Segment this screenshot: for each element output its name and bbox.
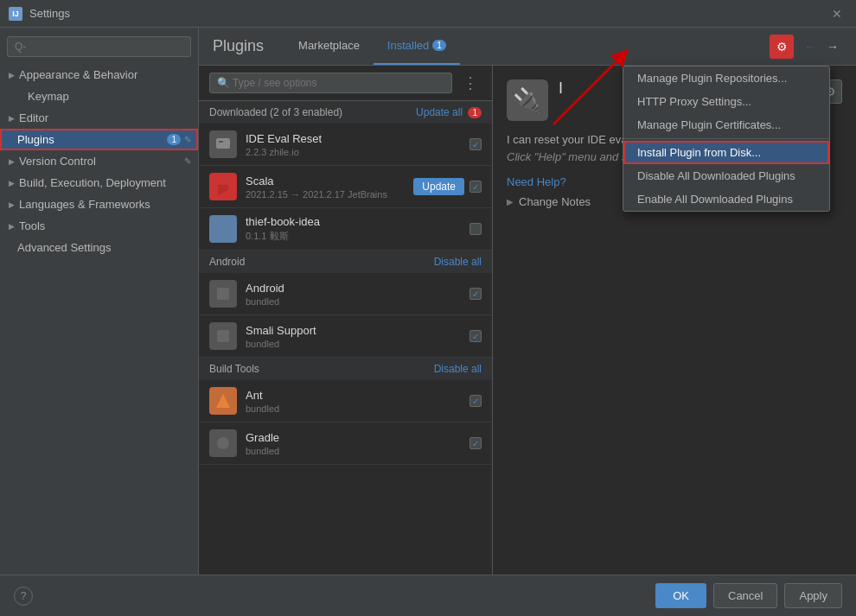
dropdown-item-http-proxy[interactable]: HTTP Proxy Settings... [623,90,829,113]
sidebar-item-build[interactable]: ▶ Build, Execution, Deployment [0,172,198,194]
edit-icon: ✎ [184,135,191,144]
installed-badge: 1 [432,40,446,51]
plugin-name: Android [246,282,461,295]
plugin-info: thief-book-idea 0.1.1 毅斯 [246,215,461,243]
plugin-info: Scala 2021.2.15 → 2021.2.17 JetBrains [246,175,405,200]
plugin-checkbox-ide-eval-reset[interactable] [470,138,482,150]
plugin-name: Ant [246,389,461,402]
sidebar-item-label: Languages & Frameworks [19,198,191,211]
nav-back-icon[interactable]: ← [801,38,820,55]
change-notes-arrow-icon: ▶ [507,197,514,206]
svg-point-8 [217,437,229,449]
plugin-checkbox-gradle[interactable] [470,437,482,449]
section-android: Android Disable all [199,251,492,273]
sidebar-item-appearance-behavior[interactable]: ▶ Appearance & Behavior [0,64,198,86]
sidebar-item-label: Plugins [17,133,163,146]
update-all-button[interactable]: Update all 1 [416,106,482,118]
plugin-checkbox-android[interactable] [470,288,482,300]
plugin-checkbox-thief-book[interactable] [470,223,482,235]
plugin-icon-ide-eval-reset [209,130,237,158]
dropdown-menu: Manage Plugin Repositories... HTTP Proxy… [623,66,830,212]
sidebar-item-plugins-wrapper: Plugins 1 ✎ [0,129,198,150]
plugin-detail-icon: 🔌 [507,79,548,121]
help-button[interactable]: ? [14,587,33,606]
cancel-button[interactable]: Cancel [713,583,777,608]
plugin-checkbox-smali[interactable] [470,330,482,342]
plugin-meta: 0.1.1 毅斯 [246,230,461,243]
plugin-actions: Update [413,178,482,195]
section-label: Downloaded (2 of 3 enabled) [209,106,342,118]
plugin-item-ide-eval-reset[interactable]: IDE Eval Reset 2.2.3 zhile.io [199,124,492,166]
update-button-scala[interactable]: Update [413,178,464,195]
kebab-menu-button[interactable]: ⋮ [459,73,482,92]
dropdown-item-disable-all[interactable]: Disable All Downloaded Plugins [623,164,829,187]
plugin-checkbox-ant[interactable] [470,395,482,407]
apply-button[interactable]: Apply [784,583,842,608]
tab-installed-label: Installed [387,39,429,52]
main-layout: ▶ Appearance & Behavior Keymap ▶ Editor … [0,28,856,575]
collapse-arrow-icon: ▶ [9,200,15,209]
section-downloaded: Downloaded (2 of 3 enabled) Update all 1 [199,101,492,124]
svg-marker-7 [216,394,230,408]
plugin-item-scala[interactable]: Scala 2021.2.15 → 2021.2.17 JetBrains Up… [199,166,492,208]
disable-all-build-button[interactable]: Disable all [434,363,482,375]
sidebar-item-editor[interactable]: ▶ Editor [0,107,198,129]
sidebar-item-version-control[interactable]: ▶ Version Control ✎ [0,150,198,172]
dropdown-item-manage-certs[interactable]: Manage Plugin Certificates... [623,113,829,137]
plugin-item-gradle[interactable]: Gradle bundled [199,422,492,465]
close-button[interactable]: ✕ [827,5,847,22]
sidebar-search-input[interactable] [7,36,191,57]
plugin-meta: 2021.2.15 → 2021.2.17 JetBrains [246,189,405,200]
tab-marketplace[interactable]: Marketplace [284,28,374,65]
plugin-checkbox-scala[interactable] [470,181,482,193]
sidebar-item-advanced-settings[interactable]: Advanced Settings [0,237,198,258]
section-label: Build Tools [209,363,259,375]
update-badge: 1 [468,107,482,118]
disable-all-android-button[interactable]: Disable all [434,256,482,268]
bottom-left: ? [14,587,33,606]
plugin-icon-gradle [209,429,237,457]
plugin-name: Smali Support [246,324,461,337]
collapse-arrow-icon: ▶ [9,114,15,123]
plugin-info: Android bundled [246,282,461,307]
sidebar-item-label: Keymap [28,90,191,103]
plugin-meta: bundled [246,446,461,456]
svg-rect-1 [219,141,223,143]
sidebar-item-plugins[interactable]: Plugins 1 ✎ [0,129,198,150]
plugin-item-smali[interactable]: Smali Support bundled [199,315,492,358]
sidebar-item-label: Appearance & Behavior [19,68,191,81]
tab-marketplace-label: Marketplace [298,39,360,52]
title-bar: IJ Settings ✕ [0,0,856,28]
plugin-name: Gradle [246,431,461,444]
plugin-icon-thief-book [209,215,237,243]
plugin-meta: bundled [246,339,461,349]
dropdown-item-enable-all[interactable]: Enable All Downloaded Plugins [623,187,829,211]
dropdown-item-install-disk[interactable]: Install Plugin from Disk... [623,141,829,164]
sidebar-item-label: Advanced Settings [17,241,191,254]
tab-installed[interactable]: Installed 1 [374,28,460,65]
svg-rect-4 [217,223,229,235]
gear-settings-button[interactable]: ⚙ [770,35,794,59]
sidebar-item-tools[interactable]: ▶ Tools [0,215,198,237]
nav-forward-icon[interactable]: → [823,38,842,55]
plugin-detail-icon-symbol: 🔌 [513,86,543,115]
ok-button[interactable]: OK [655,583,706,608]
plugin-meta: bundled [246,296,461,307]
plugin-icon-smali [209,322,237,350]
plugin-item-ant[interactable]: Ant bundled [199,380,492,422]
plugin-icon-android [209,280,237,308]
collapse-arrow-icon: ▶ [9,157,15,166]
bottom-right: OK Cancel Apply [655,583,842,608]
plugin-meta: 2.2.3 zhile.io [246,147,461,157]
sidebar-item-keymap[interactable]: Keymap [0,86,198,107]
plugin-item-android[interactable]: Android bundled [199,273,492,315]
section-build-tools: Build Tools Disable all [199,358,492,380]
dropdown-item-manage-repos[interactable]: Manage Plugin Repositories... [623,67,829,90]
sidebar-item-label: Editor [19,111,191,124]
section-label: Android [209,256,245,268]
plugin-list-header: ⋮ [199,66,492,101]
sidebar-item-languages[interactable]: ▶ Languages & Frameworks [0,194,198,215]
plugin-item-thief-book[interactable]: thief-book-idea 0.1.1 毅斯 [199,208,492,251]
sidebar-item-label: Build, Execution, Deployment [19,176,191,189]
plugin-search-input[interactable] [209,73,452,93]
